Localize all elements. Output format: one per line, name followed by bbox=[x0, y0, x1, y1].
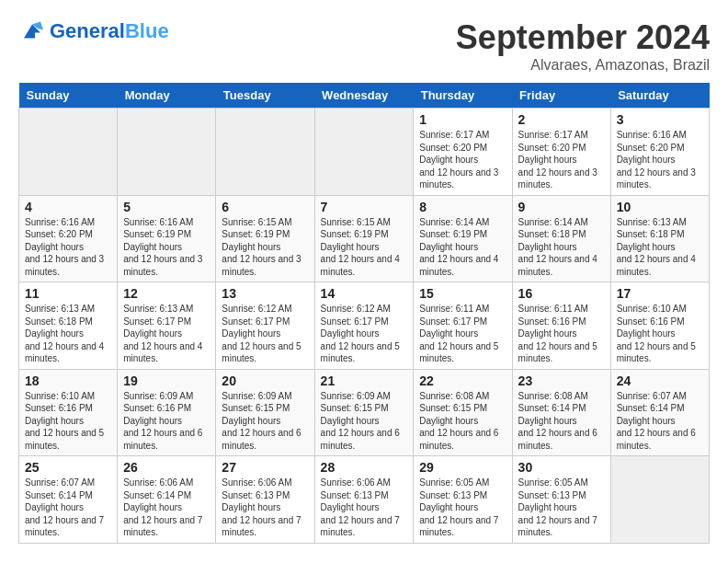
calendar-body: 1 Sunrise: 6:17 AMSunset: 6:20 PMDayligh… bbox=[19, 109, 710, 544]
day-number: 17 bbox=[617, 286, 703, 301]
calendar-week-row: 18 Sunrise: 6:10 AMSunset: 6:16 PMDaylig… bbox=[19, 369, 710, 456]
day-number: 16 bbox=[518, 286, 605, 301]
day-info: Sunrise: 6:09 AMSunset: 6:15 PMDaylight … bbox=[222, 390, 308, 453]
day-number: 21 bbox=[321, 373, 408, 388]
day-info: Sunrise: 6:06 AMSunset: 6:13 PMDaylight … bbox=[321, 477, 408, 539]
calendar-table: Sunday Monday Tuesday Wednesday Thursday… bbox=[18, 83, 710, 544]
day-number: 26 bbox=[123, 460, 210, 475]
day-info: Sunrise: 6:05 AMSunset: 6:13 PMDaylight … bbox=[518, 477, 605, 539]
day-number: 4 bbox=[25, 200, 111, 214]
day-info: Sunrise: 6:11 AMSunset: 6:16 PMDaylight … bbox=[518, 303, 605, 365]
day-number: 28 bbox=[321, 460, 408, 475]
table-row: 17 Sunrise: 6:10 AMSunset: 6:16 PMDaylig… bbox=[610, 282, 709, 370]
table-row bbox=[19, 109, 118, 196]
col-sunday: Sunday bbox=[19, 83, 118, 109]
day-info: Sunrise: 6:13 AMSunset: 6:18 PMDaylight … bbox=[25, 303, 111, 365]
table-row: 20 Sunrise: 6:09 AMSunset: 6:15 PMDaylig… bbox=[216, 369, 314, 456]
day-number: 7 bbox=[321, 200, 408, 214]
table-row: 14 Sunrise: 6:12 AMSunset: 6:17 PMDaylig… bbox=[314, 282, 414, 370]
calendar-week-row: 25 Sunrise: 6:07 AMSunset: 6:14 PMDaylig… bbox=[19, 456, 710, 544]
table-row: 24 Sunrise: 6:07 AMSunset: 6:14 PMDaylig… bbox=[610, 369, 709, 456]
table-row: 18 Sunrise: 6:10 AMSunset: 6:16 PMDaylig… bbox=[19, 369, 118, 456]
table-row bbox=[216, 109, 314, 196]
day-number: 9 bbox=[518, 200, 605, 214]
day-number: 13 bbox=[222, 286, 308, 301]
day-info: Sunrise: 6:13 AMSunset: 6:17 PMDaylight … bbox=[123, 303, 210, 365]
day-number: 11 bbox=[25, 286, 111, 301]
table-row: 30 Sunrise: 6:05 AMSunset: 6:13 PMDaylig… bbox=[512, 456, 610, 544]
title-block: September 2024 Alvaraes, Amazonas, Brazi… bbox=[456, 18, 710, 74]
day-info: Sunrise: 6:08 AMSunset: 6:15 PMDaylight … bbox=[419, 390, 506, 453]
calendar-header-row: Sunday Monday Tuesday Wednesday Thursday… bbox=[19, 83, 710, 109]
day-number: 27 bbox=[222, 460, 308, 475]
day-number: 20 bbox=[222, 373, 308, 388]
col-tuesday: Tuesday bbox=[216, 83, 314, 109]
day-number: 18 bbox=[25, 373, 111, 388]
logo-general: General bbox=[50, 19, 125, 42]
day-number: 6 bbox=[222, 200, 308, 214]
day-info: Sunrise: 6:07 AMSunset: 6:14 PMDaylight … bbox=[617, 390, 703, 453]
table-row bbox=[610, 456, 709, 544]
day-number: 1 bbox=[419, 112, 506, 127]
day-info: Sunrise: 6:14 AMSunset: 6:18 PMDaylight … bbox=[518, 216, 605, 279]
table-row bbox=[118, 109, 216, 196]
col-saturday: Saturday bbox=[610, 83, 709, 109]
location-title: Alvaraes, Amazonas, Brazil bbox=[456, 57, 710, 74]
day-info: Sunrise: 6:06 AMSunset: 6:14 PMDaylight … bbox=[123, 477, 210, 539]
col-wednesday: Wednesday bbox=[314, 83, 414, 109]
day-number: 30 bbox=[518, 460, 605, 475]
day-info: Sunrise: 6:10 AMSunset: 6:16 PMDaylight … bbox=[25, 390, 111, 453]
day-info: Sunrise: 6:09 AMSunset: 6:16 PMDaylight … bbox=[123, 390, 210, 453]
day-info: Sunrise: 6:15 AMSunset: 6:19 PMDaylight … bbox=[321, 216, 408, 279]
logo-blue: Blue bbox=[125, 19, 169, 42]
table-row: 1 Sunrise: 6:17 AMSunset: 6:20 PMDayligh… bbox=[414, 109, 512, 196]
table-row: 21 Sunrise: 6:09 AMSunset: 6:15 PMDaylig… bbox=[314, 369, 414, 456]
day-info: Sunrise: 6:15 AMSunset: 6:19 PMDaylight … bbox=[222, 216, 308, 279]
logo-bird-icon bbox=[18, 18, 46, 44]
day-number: 14 bbox=[321, 286, 408, 301]
day-info: Sunrise: 6:14 AMSunset: 6:19 PMDaylight … bbox=[419, 216, 506, 279]
table-row: 27 Sunrise: 6:06 AMSunset: 6:13 PMDaylig… bbox=[216, 456, 314, 544]
day-number: 24 bbox=[617, 373, 703, 388]
day-number: 10 bbox=[617, 200, 703, 214]
day-info: Sunrise: 6:06 AMSunset: 6:13 PMDaylight … bbox=[222, 477, 308, 539]
table-row: 10 Sunrise: 6:13 AMSunset: 6:18 PMDaylig… bbox=[610, 195, 709, 282]
day-number: 12 bbox=[123, 286, 210, 301]
day-info: Sunrise: 6:09 AMSunset: 6:15 PMDaylight … bbox=[321, 390, 408, 453]
day-info: Sunrise: 6:08 AMSunset: 6:14 PMDaylight … bbox=[518, 390, 605, 453]
col-thursday: Thursday bbox=[414, 83, 512, 109]
table-row: 6 Sunrise: 6:15 AMSunset: 6:19 PMDayligh… bbox=[216, 195, 314, 282]
logo: GeneralBlue bbox=[18, 18, 169, 44]
table-row: 25 Sunrise: 6:07 AMSunset: 6:14 PMDaylig… bbox=[19, 456, 118, 544]
table-row: 28 Sunrise: 6:06 AMSunset: 6:13 PMDaylig… bbox=[314, 456, 414, 544]
day-number: 2 bbox=[518, 112, 605, 127]
table-row: 8 Sunrise: 6:14 AMSunset: 6:19 PMDayligh… bbox=[414, 195, 512, 282]
table-row: 9 Sunrise: 6:14 AMSunset: 6:18 PMDayligh… bbox=[512, 195, 610, 282]
col-monday: Monday bbox=[118, 83, 216, 109]
day-number: 8 bbox=[419, 200, 506, 214]
month-title: September 2024 bbox=[456, 18, 710, 57]
day-info: Sunrise: 6:05 AMSunset: 6:13 PMDaylight … bbox=[419, 477, 506, 539]
day-info: Sunrise: 6:16 AMSunset: 6:20 PMDaylight … bbox=[25, 216, 111, 279]
table-row: 29 Sunrise: 6:05 AMSunset: 6:13 PMDaylig… bbox=[414, 456, 512, 544]
table-row: 11 Sunrise: 6:13 AMSunset: 6:18 PMDaylig… bbox=[19, 282, 118, 370]
day-info: Sunrise: 6:10 AMSunset: 6:16 PMDaylight … bbox=[617, 303, 703, 365]
table-row: 3 Sunrise: 6:16 AMSunset: 6:20 PMDayligh… bbox=[610, 109, 709, 196]
day-info: Sunrise: 6:16 AMSunset: 6:19 PMDaylight … bbox=[123, 216, 210, 279]
table-row: 7 Sunrise: 6:15 AMSunset: 6:19 PMDayligh… bbox=[314, 195, 414, 282]
day-number: 29 bbox=[419, 460, 506, 475]
table-row: 4 Sunrise: 6:16 AMSunset: 6:20 PMDayligh… bbox=[19, 195, 118, 282]
day-number: 19 bbox=[123, 373, 210, 388]
table-row: 15 Sunrise: 6:11 AMSunset: 6:17 PMDaylig… bbox=[414, 282, 512, 370]
table-row: 13 Sunrise: 6:12 AMSunset: 6:17 PMDaylig… bbox=[216, 282, 314, 370]
calendar-week-row: 11 Sunrise: 6:13 AMSunset: 6:18 PMDaylig… bbox=[19, 282, 710, 370]
table-row: 2 Sunrise: 6:17 AMSunset: 6:20 PMDayligh… bbox=[512, 109, 610, 196]
day-info: Sunrise: 6:12 AMSunset: 6:17 PMDaylight … bbox=[222, 303, 308, 365]
calendar-week-row: 1 Sunrise: 6:17 AMSunset: 6:20 PMDayligh… bbox=[19, 109, 710, 196]
table-row: 19 Sunrise: 6:09 AMSunset: 6:16 PMDaylig… bbox=[118, 369, 216, 456]
day-number: 5 bbox=[123, 200, 210, 214]
day-info: Sunrise: 6:07 AMSunset: 6:14 PMDaylight … bbox=[25, 477, 111, 539]
calendar-week-row: 4 Sunrise: 6:16 AMSunset: 6:20 PMDayligh… bbox=[19, 195, 710, 282]
day-info: Sunrise: 6:13 AMSunset: 6:18 PMDaylight … bbox=[617, 216, 703, 279]
day-number: 22 bbox=[419, 373, 506, 388]
